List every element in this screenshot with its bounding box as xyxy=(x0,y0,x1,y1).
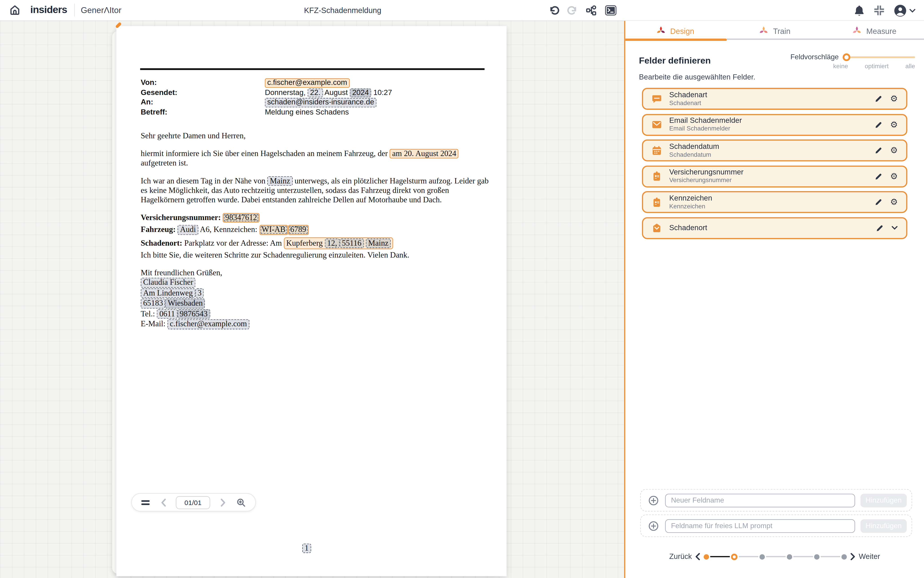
annotation-vehicle-brand[interactable]: Audi xyxy=(177,225,198,235)
field-subtitle: Versicherungsnummer xyxy=(669,177,874,184)
tab-design[interactable]: Design xyxy=(625,21,725,41)
workflow-icon[interactable] xyxy=(584,3,598,17)
annotation-to-email[interactable]: schaden@insiders-insurance.de xyxy=(265,98,377,107)
field-card-schadenort[interactable]: Schadenort xyxy=(642,217,908,239)
collapse-panels-icon[interactable] xyxy=(872,3,886,17)
step-dot-1[interactable] xyxy=(704,554,709,559)
wizard-stepper: Zurück Weiter xyxy=(625,552,924,562)
slider-knob[interactable] xyxy=(843,53,851,61)
tab-train[interactable]: Train xyxy=(725,21,825,41)
annotation-sender-street[interactable]: Am Lindenweg xyxy=(141,288,195,298)
settings-gear-icon[interactable]: ⚙ xyxy=(889,93,899,104)
edit-pencil-icon[interactable] xyxy=(875,223,885,233)
zoom-in-icon[interactable] xyxy=(235,497,247,508)
back-button[interactable]: Zurück xyxy=(669,552,692,561)
annotation-damage-date[interactable]: am 20. August 2024 xyxy=(390,149,459,159)
settings-gear-icon[interactable]: ⚙ xyxy=(889,196,899,208)
llm-field-name-input[interactable] xyxy=(665,519,855,533)
step-dot-5[interactable] xyxy=(814,554,820,559)
field-card-schadendatum[interactable]: Schadendatum Schadendatum ⚙ xyxy=(642,140,908,161)
annotation-tel-number[interactable]: 9876543 xyxy=(177,309,210,319)
settings-gear-icon[interactable]: ⚙ xyxy=(889,170,899,182)
field-suggestions-control: Feldvorschläge keine optimiert alle xyxy=(790,53,915,70)
field-title: Schadenart xyxy=(669,91,874,99)
field-card-schadenart[interactable]: Schadenart Schadenart ⚙ xyxy=(642,88,908,110)
field-card-kennzeichen[interactable]: Kennzeichen Kennzeichen ⚙ xyxy=(642,191,908,213)
brand-logo[interactable]: insiders xyxy=(30,4,67,16)
annotation-plate-prefix[interactable]: WI-AB xyxy=(259,225,288,235)
edit-pencil-icon[interactable] xyxy=(874,197,883,207)
plus-circle-icon[interactable] xyxy=(647,520,660,532)
step-dot-4[interactable] xyxy=(787,554,792,559)
next-button[interactable]: Weiter xyxy=(859,552,880,561)
chevron-right-icon[interactable] xyxy=(849,552,856,562)
slider-option-alle[interactable]: alle xyxy=(905,62,915,70)
settings-gear-icon[interactable]: ⚙ xyxy=(889,145,899,156)
sent-pre: Donnerstag, xyxy=(265,88,306,97)
add-field-button[interactable]: Hinzufügen xyxy=(861,494,907,507)
location-label: Schadenort: xyxy=(141,239,182,247)
annotation-sender-zip[interactable]: 65183 xyxy=(141,299,165,308)
sent-month: August xyxy=(324,88,348,97)
annotation-sender-name[interactable]: Claudia Fischer xyxy=(141,278,195,288)
add-field-row: Hinzufügen xyxy=(640,489,912,511)
chevron-down-icon xyxy=(909,8,916,13)
plus-circle-icon[interactable] xyxy=(647,494,660,507)
suggestions-slider[interactable] xyxy=(843,53,915,61)
step-dot-6[interactable] xyxy=(841,554,847,559)
field-card-email-schadenmelder[interactable]: Email Schadenmelder Email Schadenmelder … xyxy=(642,114,908,136)
field-title: Versicherungsnummer xyxy=(669,169,874,176)
annotation-city-mainz[interactable]: Mainz xyxy=(267,176,293,186)
thumbnails-menu-icon[interactable] xyxy=(140,498,151,507)
slider-option-keine[interactable]: keine xyxy=(833,62,848,70)
terminal-icon[interactable] xyxy=(604,3,618,17)
notifications-bell-icon[interactable] xyxy=(853,3,866,18)
prev-page-icon[interactable] xyxy=(159,497,167,508)
redo-icon[interactable] xyxy=(566,4,579,17)
annotation-insurance-number[interactable]: 98347612 xyxy=(223,213,260,223)
tabs-baseline xyxy=(727,39,924,39)
product-name: GenerΛItor xyxy=(81,5,121,15)
topbar-right xyxy=(853,0,917,21)
edit-pencil-icon[interactable] xyxy=(874,120,883,130)
step-dot-2[interactable] xyxy=(731,553,738,560)
slider-option-optimiert[interactable]: optimiert xyxy=(865,62,888,70)
edit-pencil-icon[interactable] xyxy=(874,145,883,155)
page-indicator[interactable]: 01/01 xyxy=(176,496,210,509)
annotation-from-email[interactable]: c.fischer@example.com xyxy=(265,78,350,88)
document-canvas[interactable]: Von: c.fischer@example.com Gesendet: Don… xyxy=(0,21,624,578)
home-icon[interactable] xyxy=(8,3,22,17)
user-avatar[interactable] xyxy=(893,3,917,18)
signature-block: Mit freundlichen Grüßen, Claudia Fischer… xyxy=(141,268,495,329)
undo-icon[interactable] xyxy=(548,4,561,17)
edit-pencil-icon[interactable] xyxy=(874,94,883,104)
vnr-label: Versicherungsnummer: xyxy=(141,213,221,222)
annotation-location-city[interactable]: Mainz xyxy=(366,239,391,248)
annotation-street-number[interactable]: 12, xyxy=(325,239,339,248)
document-title: KFZ-Schadenmeldung xyxy=(304,0,381,21)
annotation-plate-number[interactable]: 6789 xyxy=(288,225,309,235)
chevron-left-icon[interactable] xyxy=(695,552,701,562)
annotation-sent-year[interactable]: 2024 xyxy=(350,88,371,97)
add-llm-field-button[interactable]: Hinzufügen xyxy=(861,519,907,533)
chevron-down-icon[interactable] xyxy=(890,224,899,232)
new-field-name-input[interactable] xyxy=(665,494,855,507)
app: insiders GenerΛItor KFZ-Schadenmeldung xyxy=(0,0,924,578)
annotation-sender-email[interactable]: c.fischer@example.com xyxy=(168,319,249,329)
edit-pencil-icon[interactable] xyxy=(874,171,883,181)
top-bar: insiders GenerΛItor KFZ-Schadenmeldung xyxy=(0,0,924,21)
field-card-versicherungsnummer[interactable]: Versicherungsnummer Versicherungsnummer … xyxy=(642,165,908,187)
settings-gear-icon[interactable]: ⚙ xyxy=(889,119,899,130)
annotation-sender-streetno[interactable]: 3 xyxy=(195,288,204,298)
page-number-annotation[interactable]: 1 xyxy=(302,544,311,554)
annotation-sent-day[interactable]: 22. xyxy=(307,88,323,97)
annotation-damage-location[interactable]: Kupferberg 12,55116 Mainz xyxy=(284,237,393,250)
tab-measure[interactable]: Measure xyxy=(825,21,924,41)
annotation-sender-city[interactable]: Wiesbaden xyxy=(165,299,205,308)
annotation-tel-area[interactable]: 0611 xyxy=(157,309,177,319)
toolbar-actions xyxy=(548,0,618,21)
header-rule xyxy=(140,68,485,70)
annotation-zip[interactable]: 55116 xyxy=(340,239,364,248)
step-dot-3[interactable] xyxy=(760,554,765,559)
next-page-icon[interactable] xyxy=(219,497,226,508)
